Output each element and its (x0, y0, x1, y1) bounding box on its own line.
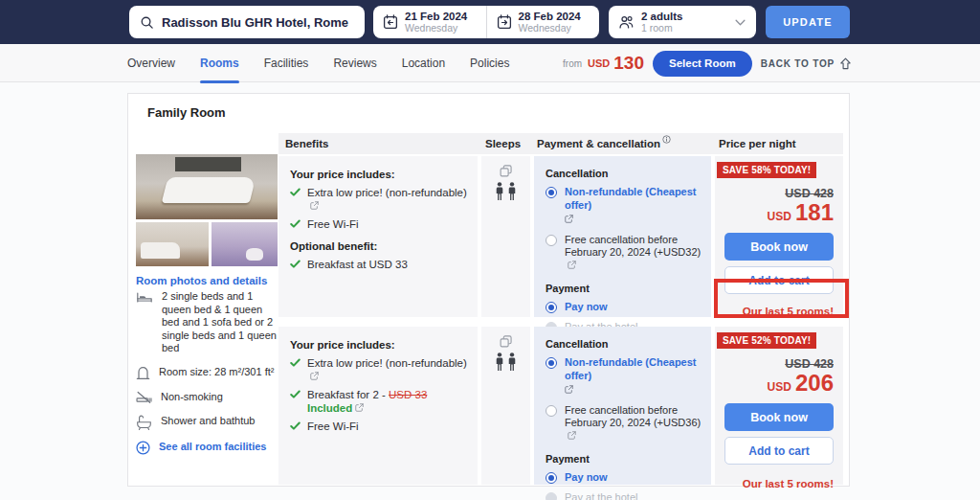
book-now-button[interactable]: Book now (724, 403, 834, 431)
radio-unselected[interactable] (546, 235, 557, 246)
offer2-benefits-cell: Your price includes: Extra low price! (n… (278, 327, 478, 485)
sleeps-two-adults-icon (495, 182, 517, 201)
tab-rooms[interactable]: Rooms (200, 44, 239, 82)
facilities-link-text: See all room facilities (159, 441, 267, 454)
external-link-icon[interactable] (565, 385, 573, 394)
date-range-picker: 21 Feb 2024 Wednesday 28 Feb 2024 Wednes… (373, 6, 599, 38)
detail-room-size: Room size: 28 m²/301 ft² (136, 366, 281, 380)
check-icon (290, 187, 301, 197)
checkout-date-field[interactable]: 28 Feb 2024 Wednesday (486, 6, 600, 38)
offer2-payment-cell: Cancellation Non-refundable (Cheapest of… (534, 327, 711, 485)
tab-facilities[interactable]: Facilities (264, 44, 309, 82)
radio-selected[interactable] (546, 472, 557, 484)
compare-icon[interactable] (500, 335, 512, 348)
checkin-weekday: Wednesday (405, 22, 467, 34)
radio-disabled (546, 492, 557, 500)
cancellation-label: Cancellation (546, 168, 702, 179)
sleeps-two-adults-icon (495, 352, 517, 372)
external-link-icon[interactable] (310, 201, 319, 210)
guests-selector[interactable]: 2 adults 1 room (609, 6, 756, 38)
tab-policies[interactable]: Policies (470, 44, 509, 82)
external-link-icon[interactable] (565, 215, 573, 223)
external-link-icon[interactable] (355, 403, 364, 412)
guests-adults: 2 adults (641, 11, 682, 22)
guests-text: 2 adults 1 room (641, 11, 682, 34)
includes-label: Your price includes: (290, 169, 470, 180)
payment-label: Payment (546, 283, 702, 294)
add-to-cart-button[interactable]: Add to cart (724, 266, 834, 294)
price-currency: USD (768, 380, 791, 394)
person-icon (507, 352, 517, 372)
room-photo-main[interactable] (136, 154, 278, 219)
save-badge: SAVE 58% TODAY! (717, 162, 816, 178)
check-icon (290, 389, 301, 399)
cancel-option-nonrefundable[interactable]: Non-refundable (Cheapest offer) (546, 356, 702, 398)
from-amount: 130 (613, 53, 644, 74)
tab-reviews[interactable]: Reviews (333, 44, 376, 82)
save-badge: SAVE 52% TODAY! (717, 332, 816, 349)
radio-selected[interactable] (546, 357, 557, 369)
cancel-option-free-cancellation[interactable]: Free cancellation before February 20, 20… (546, 404, 702, 443)
checkout-date: 28 Feb 2024 (519, 11, 581, 22)
compare-icon[interactable] (500, 165, 512, 177)
external-link-icon[interactable] (568, 431, 576, 440)
tab-overview[interactable]: Overview (127, 44, 175, 82)
see-all-facilities-link[interactable]: See all room facilities (136, 441, 281, 455)
external-link-icon[interactable] (310, 372, 319, 380)
from-currency: USD (588, 57, 610, 69)
detail-non-smoking: Non-smoking (136, 391, 281, 404)
hotel-search-field[interactable]: Radisson Blu GHR Hotel, Rome (129, 6, 365, 38)
person-icon (495, 352, 504, 372)
current-price: USD181 (724, 201, 834, 228)
detail-beds: 2 single beds and 1 queen bed & 1 queen … (136, 290, 281, 355)
update-search-button[interactable]: UPDATE (766, 6, 850, 38)
includes-label: Your price includes: (290, 339, 470, 351)
select-room-button[interactable]: Select Room (653, 51, 752, 77)
add-to-cart-button[interactable]: Add to cart (724, 437, 834, 465)
room-photo-2[interactable] (136, 222, 209, 266)
book-now-button[interactable]: Book now (724, 233, 834, 261)
checkin-date-text: 21 Feb 2024 Wednesday (405, 11, 467, 34)
col-header-price: Price per night (719, 133, 796, 154)
hotel-search-value: Radisson Blu GHR Hotel, Rome (162, 15, 348, 30)
pay-option-pay-now[interactable]: Pay now (546, 471, 702, 485)
price-amount: 181 (795, 199, 834, 225)
radio-selected[interactable] (546, 302, 557, 313)
option-text: Pay at the hotel (565, 491, 637, 500)
col-header-payment: Payment & cancellation (537, 133, 671, 154)
cancellation-label: Cancellation (546, 338, 702, 350)
col-header-sleeps: Sleeps (485, 133, 521, 154)
section-tabs: Overview Rooms Facilities Reviews Locati… (127, 44, 509, 82)
chevron-down-icon (735, 19, 746, 26)
cancel-option-nonrefundable[interactable]: Non-refundable (Cheapest offer) (546, 186, 702, 227)
pay-option-pay-now[interactable]: Pay now (546, 301, 702, 314)
tab-location[interactable]: Location (402, 44, 445, 82)
guests-icon (619, 15, 634, 29)
cancel-option-free-cancellation[interactable]: Free cancellation before February 20, 20… (546, 234, 702, 273)
room-photos-details-link[interactable]: Room photos and details (136, 275, 278, 286)
urgency-message: Our last 5 rooms! (724, 306, 834, 317)
benefit-text: Free Wi-Fi (307, 217, 359, 231)
external-link-icon[interactable] (568, 261, 576, 269)
option-text: Free cancellation before February 20, 20… (565, 234, 701, 259)
from-label: from (563, 58, 582, 69)
benefit-item: Free Wi-Fi (290, 217, 470, 231)
checkin-date: 21 Feb 2024 (405, 11, 467, 22)
up-arrow-icon (839, 57, 852, 70)
price-currency: USD (768, 210, 791, 223)
old-price: USD 428 (724, 187, 834, 200)
radio-unselected[interactable] (546, 405, 557, 417)
photo-bath-fixture (246, 248, 263, 261)
guests-rooms: 1 room (641, 22, 682, 34)
back-to-top-button[interactable]: BACK TO TOP (761, 57, 852, 70)
room-photo-3[interactable] (212, 222, 278, 266)
radio-selected[interactable] (546, 187, 557, 198)
room-details-list: 2 single beds and 1 queen bed & 1 queen … (136, 290, 281, 455)
nav-price-cluster: from USD 130 Select Room BACK TO TOP (563, 44, 852, 82)
checkin-date-field[interactable]: 21 Feb 2024 Wednesday (373, 6, 486, 38)
checkin-calendar-icon (383, 14, 398, 30)
detail-bath: Shower and bathtub (136, 415, 281, 430)
info-icon[interactable] (662, 135, 671, 144)
room-size-icon (136, 366, 150, 380)
check-icon (290, 420, 301, 431)
